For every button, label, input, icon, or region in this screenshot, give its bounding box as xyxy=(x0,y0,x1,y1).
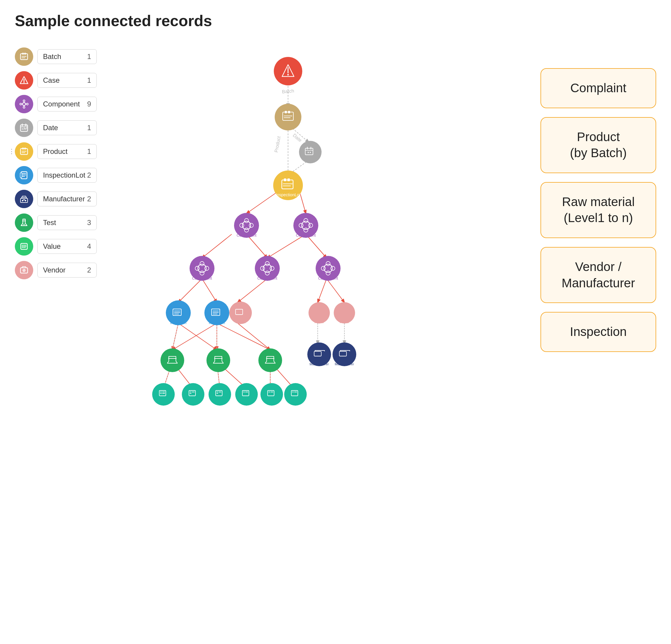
value-box[interactable]: Value 4 xyxy=(37,239,97,254)
value-label: Value xyxy=(43,242,61,250)
category-product-label: Product(by Batch) xyxy=(570,130,626,160)
test-box[interactable]: Test 3 xyxy=(37,215,97,230)
svg-line-56 xyxy=(300,193,306,214)
manufacturer-icon xyxy=(15,190,33,208)
svg-text:Vendor: Vendor xyxy=(235,320,246,324)
svg-text:Batch: Batch xyxy=(282,88,294,94)
product-count: 1 xyxy=(87,147,91,156)
svg-rect-39 xyxy=(23,199,25,201)
inspectionlot-label: InspectionLot xyxy=(43,171,86,179)
svg-point-7 xyxy=(23,82,25,83)
svg-text:Value: Value xyxy=(159,402,167,405)
svg-text:Vendor: Vendor xyxy=(339,320,350,324)
graph-area: Batch Date Product xyxy=(110,44,532,608)
svg-point-9 xyxy=(23,100,25,102)
inspectionlot-count: 2 xyxy=(87,171,91,179)
case-count: 1 xyxy=(87,76,91,85)
value-count: 4 xyxy=(87,242,91,250)
svg-line-63 xyxy=(238,279,267,302)
svg-text:Date: Date xyxy=(292,132,303,143)
list-item: Manufacturer 2 xyxy=(15,190,110,208)
date-box[interactable]: Date 1 xyxy=(37,120,97,135)
list-item: Date 1 xyxy=(15,119,110,137)
category-complaint: Complaint xyxy=(541,68,656,108)
category-inspection: Inspection xyxy=(541,312,656,352)
component-label: Component xyxy=(43,100,80,108)
svg-text:Value: Value xyxy=(268,402,276,405)
svg-rect-94 xyxy=(285,111,287,113)
category-raw-material-label: Raw material(Level1 to n) xyxy=(562,195,634,225)
svg-line-65 xyxy=(327,279,344,302)
svg-text:Vendor: Vendor xyxy=(314,320,325,324)
batch-box[interactable]: Batch 1 xyxy=(37,49,97,64)
svg-rect-95 xyxy=(288,111,290,113)
case-box[interactable]: Case 1 xyxy=(37,73,97,88)
svg-point-91 xyxy=(288,74,289,76)
vendor-count: 2 xyxy=(87,266,91,274)
component-box[interactable]: Component 9 xyxy=(37,96,97,112)
svg-text:Value: Value xyxy=(189,402,197,405)
manufacturer-label: Manufacturer xyxy=(43,195,85,203)
svg-text:Component: Component xyxy=(237,233,257,237)
category-vendor-label: Vendor /Manufacturer xyxy=(561,260,635,290)
svg-text:Value: Value xyxy=(242,402,250,405)
drag-handle-icon[interactable]: ⋮ xyxy=(8,148,15,155)
svg-text:Test: Test xyxy=(169,368,176,372)
graph-svg: Batch Date Product xyxy=(110,44,532,608)
svg-line-57 xyxy=(202,234,232,258)
svg-point-22 xyxy=(23,128,25,130)
category-complaint-label: Complaint xyxy=(570,81,626,95)
date-count: 1 xyxy=(87,124,91,132)
svg-line-64 xyxy=(318,279,327,302)
batch-icon xyxy=(15,48,33,66)
svg-point-92 xyxy=(275,104,301,130)
svg-text:Component: Component xyxy=(257,276,277,281)
svg-point-41 xyxy=(23,224,25,225)
svg-line-59 xyxy=(267,234,306,258)
svg-rect-107 xyxy=(284,179,286,181)
test-label: Test xyxy=(43,219,56,227)
svg-rect-1 xyxy=(22,53,24,54)
svg-rect-38 xyxy=(25,200,26,201)
svg-text:InspectionLot: InspectionLot xyxy=(276,192,300,197)
main-layout: Batch 1 Case 1 xyxy=(15,44,656,608)
category-vendor-manufacturer: Vendor /Manufacturer xyxy=(541,247,656,303)
svg-text:Component: Component xyxy=(318,276,338,281)
product-box[interactable]: Product 1 xyxy=(37,144,97,159)
svg-rect-29 xyxy=(22,148,24,150)
vendor-label: Vendor xyxy=(43,266,65,274)
category-inspection-label: Inspection xyxy=(570,325,626,339)
manufacturer-count: 2 xyxy=(87,195,91,203)
svg-point-12 xyxy=(26,103,28,105)
manufacturer-box[interactable]: Manufacturer 2 xyxy=(37,192,97,206)
inspectionlot-box[interactable]: InspectionLot 2 xyxy=(37,168,97,183)
category-panel: Complaint Product(by Batch) Raw material… xyxy=(532,44,656,608)
batch-count: 1 xyxy=(87,52,91,61)
svg-text:Value: Value xyxy=(216,402,224,405)
svg-text:Inspection: Inspection xyxy=(170,321,187,325)
list-item: Value 4 xyxy=(15,237,110,256)
svg-rect-34 xyxy=(20,173,22,178)
svg-point-103 xyxy=(308,152,309,153)
inspectionlot-icon xyxy=(15,166,33,184)
svg-point-11 xyxy=(20,103,22,105)
component-icon xyxy=(15,95,33,113)
case-icon xyxy=(15,71,33,90)
svg-line-71 xyxy=(172,323,217,350)
svg-text:Component: Component xyxy=(296,233,316,237)
svg-line-61 xyxy=(178,279,202,302)
value-icon xyxy=(15,237,33,256)
vendor-box[interactable]: Vendor 2 xyxy=(37,263,97,278)
svg-rect-30 xyxy=(24,148,26,150)
product-label: Product xyxy=(43,147,68,156)
product-icon xyxy=(15,142,33,161)
svg-rect-2 xyxy=(24,53,26,54)
list-item: Case 1 xyxy=(15,71,110,90)
list-item: InspectionLot 2 xyxy=(15,166,110,184)
list-item: Component 9 xyxy=(15,95,110,113)
list-item: Batch 1 xyxy=(15,48,110,66)
category-raw-material: Raw material(Level1 to n) xyxy=(541,182,656,238)
vendor-icon xyxy=(15,261,33,279)
date-label: Date xyxy=(43,124,58,132)
case-label: Case xyxy=(43,76,60,85)
